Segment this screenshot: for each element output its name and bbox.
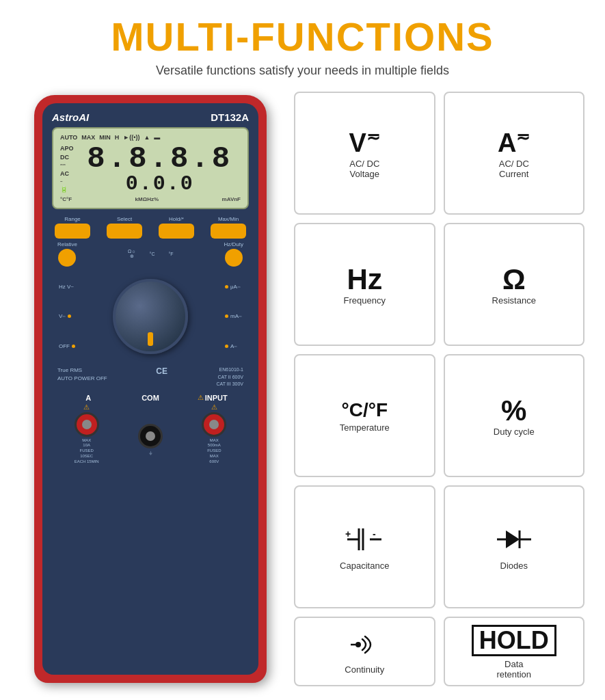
jack-col-a: ⚠ MAX10AFUSED10SECEACH 15MIN xyxy=(75,403,99,465)
capacitance-label: Capacitance xyxy=(340,561,389,571)
maxmin-button[interactable] xyxy=(211,224,246,239)
cert-left: True RMS AUTO POWER OFF xyxy=(57,366,107,388)
jack-com-inner xyxy=(146,431,155,441)
dial-label-off: OFF xyxy=(59,343,75,349)
warning-a: ⚠ xyxy=(83,403,90,411)
func-card-duty: % Duty cycle xyxy=(444,354,585,477)
dial-label-ma: mA⎓ xyxy=(225,313,242,319)
current-label: AC/ DCCurrent xyxy=(499,159,529,179)
jack-a-sublabel: MAX10AFUSED10SECEACH 15MIN xyxy=(75,438,99,465)
relative-label: Relative xyxy=(57,241,77,247)
range-button[interactable] xyxy=(55,224,90,239)
lcd-batt-icon: 🔋 xyxy=(60,186,74,193)
lcd-right-units: mAVnF xyxy=(222,196,241,202)
meter-model: DT132A xyxy=(211,111,249,123)
duty-icon: % xyxy=(501,396,526,425)
jacks-row: ⚠ MAX10AFUSED10SECEACH 15MIN xyxy=(57,403,243,465)
frequency-icon: Hz xyxy=(347,265,382,294)
meter-body: AstroAI DT132A AUTO MAX MIN H ►((•)) ▲ ▬ xyxy=(42,103,258,675)
temperature-icon: °C/°F xyxy=(342,401,388,420)
lcd-display: AUTO MAX MIN H ►((•)) ▲ ▬ APO DC⎓⎓ xyxy=(52,127,249,209)
svg-text:-: - xyxy=(373,528,376,539)
content-row: AstroAI DT132A AUTO MAX MIN H ►((•)) ▲ ▬ xyxy=(21,92,584,686)
hold-btn-col: Hold/* xyxy=(159,216,194,239)
jack-label-a: A xyxy=(85,394,91,402)
continuity-label: Continuity xyxy=(345,664,384,675)
func-card-capacitance: + - Capacitance xyxy=(294,485,435,608)
lcd-temp-units: °C°F xyxy=(60,196,72,202)
jack-a-inner xyxy=(82,420,92,429)
jack-com[interactable] xyxy=(138,424,163,448)
diodes-icon xyxy=(494,525,535,556)
hzduty-btn-col: Hz/Duty xyxy=(224,241,243,267)
svg-text:+: + xyxy=(345,528,351,539)
range-label: Range xyxy=(64,216,81,222)
func-card-frequency: Hz Frequency xyxy=(294,223,435,346)
lcd-dc: DC⎓⎓ xyxy=(60,154,74,167)
hold-label: Hold/* xyxy=(169,216,184,222)
main-title: MULTI-FUNCTIONS xyxy=(111,14,494,59)
relative-btn-col: Relative xyxy=(57,241,77,267)
buttons-row-1: Range Select Hold/* Max/Min xyxy=(52,216,249,239)
cert-row: True RMS AUTO POWER OFF CE EN61010-1 CAT… xyxy=(52,366,249,388)
dial-labels-right: μA⎓ mA⎓ A⎓ xyxy=(225,272,242,361)
lcd-apo: APO xyxy=(60,145,74,152)
dial-area: Hz V~ V⎓ OFF μA⎓ mA⎓ A⎓ xyxy=(52,272,249,361)
hold-label: Dataretention xyxy=(496,659,531,679)
select-label: Select xyxy=(117,216,132,222)
relative-button[interactable] xyxy=(58,249,76,267)
jack-label-input: INPUT xyxy=(205,394,228,402)
hzduty-label: Hz/Duty xyxy=(224,241,243,247)
jack-labels-row: A COM ⚠ INPUT xyxy=(57,394,243,402)
func-card-voltage: V≂ AC/ DCVoltage xyxy=(294,92,435,215)
ce-mark: CE xyxy=(156,366,167,376)
dial-label-a: A⎓ xyxy=(225,343,242,349)
dial-label-hzv: Hz V~ xyxy=(59,284,75,290)
cert-cat3: CAT III 300V xyxy=(217,381,243,388)
capacitance-icon: + - xyxy=(344,525,385,556)
func-card-temperature: °C/°F Temperature xyxy=(294,354,435,477)
cert-right: EN61010-1 CAT II 600V CAT III 300V xyxy=(217,366,243,388)
subtitle: Versatile functions satisfy your needs i… xyxy=(156,64,449,78)
jack-input[interactable] xyxy=(202,412,226,437)
hold-button[interactable] xyxy=(159,224,194,239)
lcd-battery: ▬ xyxy=(154,134,160,141)
jacks-section: A COM ⚠ INPUT xyxy=(52,394,249,465)
select-button[interactable] xyxy=(107,224,142,239)
maxmin-btn-col: Max/Min xyxy=(211,216,246,239)
multimeter-wrapper: AstroAI DT132A AUTO MAX MIN H ►((•)) ▲ ▬ xyxy=(21,92,280,686)
lcd-hold-h: H xyxy=(115,134,120,141)
warning-triangle: ⚠ xyxy=(198,394,204,401)
meter-brand: AstroAI xyxy=(52,111,89,123)
jack-a[interactable] xyxy=(75,412,99,437)
dial-labels-left: Hz V~ V⎓ OFF xyxy=(59,272,75,361)
cert-cat2: CAT II 600V xyxy=(217,374,243,381)
ground-symbol: ⏚ xyxy=(149,450,152,456)
lcd-min: MIN xyxy=(99,134,111,141)
cert-en: EN61010-1 xyxy=(217,366,243,374)
temperature-label: Temperature xyxy=(340,422,390,433)
hzduty-button[interactable] xyxy=(225,249,243,267)
voltage-icon: V≂ xyxy=(349,129,380,156)
svg-point-10 xyxy=(355,642,361,647)
page: MULTI-FUNCTIONS Versatile functions sati… xyxy=(0,0,605,700)
functions-grid: V≂ AC/ DCVoltage A≂ AC/ DCCurrent Hz Fre… xyxy=(294,92,584,686)
meter-header: AstroAI DT132A xyxy=(52,111,249,123)
lcd-top-row: AUTO MAX MIN H ►((•)) ▲ ▬ xyxy=(60,134,241,141)
lcd-units-row: °C°F kMΩHz% mAVnF xyxy=(60,196,241,202)
lcd-ac: AC~ xyxy=(60,170,74,184)
lcd-main-display: 8.8.8.8 xyxy=(79,144,241,174)
dial-knob[interactable] xyxy=(113,279,188,354)
jack-label-com: COM xyxy=(142,394,159,402)
dial-label-vdc: V⎓ xyxy=(59,313,75,319)
jack-input-sublabel: MAX500mAFUSEDMAX600V xyxy=(207,438,221,465)
func-card-diodes: Diodes xyxy=(444,485,585,608)
lcd-sub-display: 0.0.0 xyxy=(79,174,241,194)
dial-label-ua: μA⎓ xyxy=(225,284,242,290)
continuity-icon xyxy=(347,630,381,662)
select-btn-col: Select xyxy=(107,216,142,239)
lcd-max: MAX xyxy=(81,134,95,141)
func-card-continuity: Continuity xyxy=(294,617,435,686)
lcd-arrow: ▲ xyxy=(144,134,150,141)
hold-icon: HOLD xyxy=(472,625,556,656)
